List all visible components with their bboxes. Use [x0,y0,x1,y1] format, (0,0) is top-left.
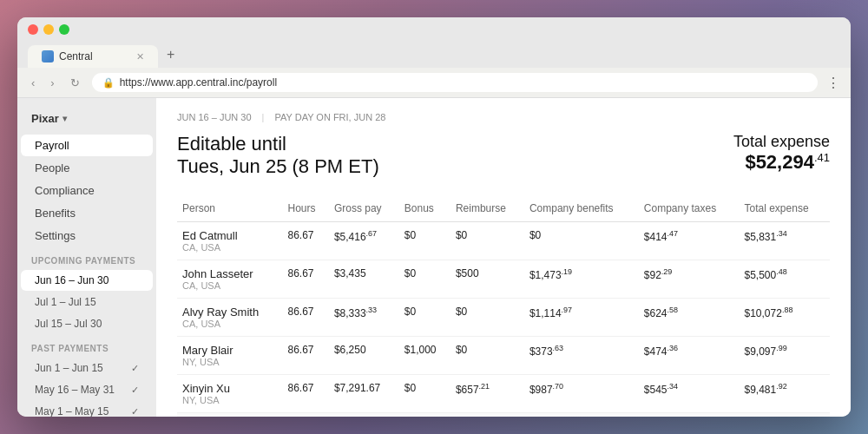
payment-may16-may31[interactable]: May 16 – May 31 ✓ [21,379,153,400]
total-cell: $9,097.99 [740,337,830,375]
bonus-cell: $1,000 [399,337,450,375]
separator: | [262,112,265,122]
sidebar-item-benefits[interactable]: Benefits [21,202,153,224]
payment-label: Jun 16 – Jun 30 [35,274,108,286]
active-tab[interactable]: Central ✕ [28,45,158,68]
tab-bar: Central ✕ + [28,42,840,68]
co-benefits-cell: $373.63 [524,337,639,375]
sidebar-item-people[interactable]: People [21,157,153,179]
co-taxes-cell: $545.34 [639,375,740,413]
col-header-total: Total expense [740,195,830,222]
reimburse-cell: $0 [450,222,524,260]
total-expense-section: Total expense $52,294.41 [733,133,830,174]
refresh-button[interactable]: ↻ [67,75,83,91]
contractors-section-divider: CONTRACTORS [177,413,830,418]
co-benefits-cell: $1,473.19 [524,260,639,299]
main-content: JUN 16 – JUN 30 | PAY DAY ON FRI, JUN 28… [156,98,851,417]
col-header-reimburse: Reimburse [450,195,524,222]
tab-close-button[interactable]: ✕ [136,51,144,62]
payment-jul1-jul15[interactable]: Jul 1 – Jul 15 [21,292,153,312]
payment-label: Jul 15 – Jul 30 [35,318,102,330]
payday-text: PAY DAY ON FRI, JUN 28 [274,112,385,122]
co-taxes-cell: $624.58 [639,299,740,337]
tab-favicon [42,50,54,62]
sidebar-item-settings[interactable]: Settings [21,225,153,247]
col-header-bonus: Bonus [399,195,450,222]
minimize-button[interactable] [43,24,54,35]
gross-pay-cell: $7,291.67 [329,375,399,413]
person-cell: John Lasseter CA, USA [177,260,283,299]
table-row: Ed Catmull CA, USA 86.67 $5,416.67 $0 $0… [177,222,830,260]
co-benefits-cell: $1,114.97 [524,299,639,337]
person-name: Mary Blair [182,344,278,357]
bonus-cell: $0 [399,260,450,299]
back-button[interactable]: ‹ [28,75,38,91]
person-location: NY, USA [182,357,278,367]
upcoming-payments-label: UPCOMING PAYMENTS [17,247,156,269]
hours-cell: 86.67 [283,299,329,337]
person-name: Xinyin Xu [182,382,278,395]
period-header: JUN 16 – JUN 30 | PAY DAY ON FRI, JUN 28 [177,112,830,122]
editable-date: Tues, Jun 25 (8 PM ET) [177,155,379,178]
total-cell: $5,500.48 [740,260,830,299]
col-header-co-benefits: Company benefits [524,195,639,222]
url-text: https://www.app.central.inc/payroll [120,76,277,89]
total-expense-label: Total expense [733,133,830,151]
co-taxes-cell: $474.36 [639,337,740,375]
payment-may1-may15[interactable]: May 1 – May 15 ✓ [21,401,153,417]
browser-window: Central ✕ + ‹ › ↻ 🔒 https://www.app.cent… [17,17,851,417]
hours-cell: 86.67 [283,222,329,260]
table-header-row: Person Hours Gross pay Bonus Reimburse C… [177,195,830,222]
payment-jun16-jun30[interactable]: Jun 16 – Jun 30 [21,270,153,291]
hours-cell: 86.67 [283,260,329,299]
reimburse-cell: $0 [450,337,524,375]
co-taxes-cell: $414.47 [639,222,740,260]
org-name: Pixar [31,112,59,125]
table-row: John Lasseter CA, USA 86.67 $3,435 $0 $5… [177,260,830,299]
total-cell: $9,481.92 [740,375,830,413]
co-benefits-cell: $987.70 [524,375,639,413]
maximize-button[interactable] [59,24,69,35]
col-header-person: Person [177,195,283,222]
reimburse-cell: $0 [450,299,524,337]
bonus-cell: $0 [399,222,450,260]
sidebar-item-compliance[interactable]: Compliance [21,180,153,201]
sidebar-nav: Payroll People Compliance Benefits Setti… [17,135,156,247]
person-location: CA, USA [182,242,278,253]
address-bar[interactable]: 🔒 https://www.app.central.inc/payroll [92,73,818,92]
total-cell: $10,072.88 [740,299,830,337]
co-taxes-cell: $92.29 [639,260,740,299]
table-row: Mary Blair NY, USA 86.67 $6,250 $1,000 $… [177,337,830,375]
person-name: John Lasseter [182,267,278,280]
person-location: NY, USA [182,395,278,405]
payment-label: May 1 – May 15 [35,405,108,417]
hours-cell: 86.67 [283,375,329,413]
browser-chrome: Central ✕ + [17,17,851,68]
check-icon: ✓ [131,406,139,418]
person-location: CA, USA [182,280,278,291]
sidebar: Pixar ▾ Payroll People Compliance Benefi… [17,98,156,417]
total-expense-value: $52,294.41 [733,151,830,174]
person-cell: Alvy Ray Smith CA, USA [177,299,283,337]
org-header[interactable]: Pixar ▾ [17,108,156,134]
payment-jun1-jun15[interactable]: Jun 1 – Jun 15 ✓ [21,358,153,378]
forward-button[interactable]: › [47,75,57,91]
sidebar-item-payroll[interactable]: Payroll [21,135,153,156]
co-benefits-cell: $0 [524,222,639,260]
check-icon: ✓ [131,363,139,374]
period-text: JUN 16 – JUN 30 [177,112,252,122]
total-main: $52,294 [745,151,814,173]
gross-pay-cell: $6,250 [329,337,399,375]
payment-label: Jul 1 – Jul 15 [35,296,96,308]
tab-title: Central [59,50,93,62]
col-header-hours: Hours [283,195,329,222]
payment-label: May 16 – May 31 [35,384,115,396]
bonus-cell: $0 [399,375,450,413]
editable-section: Editable until Tues, Jun 25 (8 PM ET) [177,133,379,178]
page-title-section: Editable until Tues, Jun 25 (8 PM ET) To… [177,133,830,178]
new-tab-button[interactable]: + [158,42,183,68]
col-header-gross-pay: Gross pay [329,195,399,222]
more-options-button[interactable]: ⋮ [826,75,840,91]
close-button[interactable] [28,24,38,35]
payment-jul15-jul30[interactable]: Jul 15 – Jul 30 [21,313,153,334]
